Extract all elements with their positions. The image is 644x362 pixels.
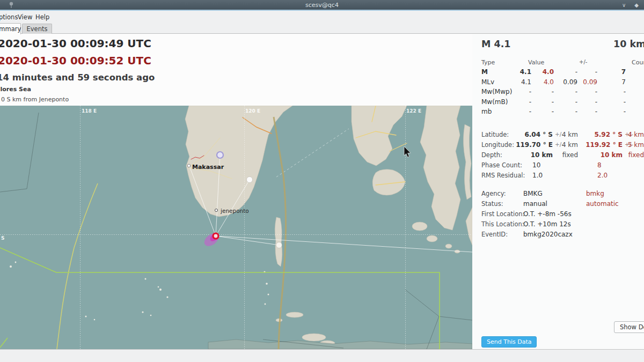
dashed-sea-line bbox=[276, 129, 349, 177]
col-value: Value bbox=[528, 59, 544, 66]
map-canvas[interactable]: 118 E 120 E 122 E S Makassar jeneponto bbox=[0, 106, 472, 349]
tab-bar: Summary Events bbox=[0, 22, 644, 34]
row-this-location: This Location: O.T. +10m 12s bbox=[472, 220, 644, 230]
city-marker-makassar bbox=[187, 164, 191, 167]
city-marker-jeneponto bbox=[215, 209, 218, 212]
menu-bar: Options View Help bbox=[0, 11, 644, 22]
status-bar bbox=[0, 349, 644, 362]
row-first-location: First Location: O.T. +-8m -56s bbox=[472, 210, 644, 219]
window-title: scesv@qc4 bbox=[305, 2, 339, 9]
time-ago: 14 minutes and 59 seconds ago bbox=[0, 72, 155, 83]
lon-label-122e: 122 E bbox=[406, 108, 421, 114]
row-longitude: Longitude: 119.70 ° E +/- 4 km 119.92 ° … bbox=[472, 141, 644, 150]
mag-row-mwmwp[interactable]: Mw(Mwp) - - - - - bbox=[472, 88, 644, 97]
station-marker bbox=[247, 177, 253, 183]
row-status: Status: manual automatic bbox=[472, 200, 644, 209]
mag-row-mwmb[interactable]: Mw(mB) - - - - - bbox=[472, 98, 644, 107]
city-label-jeneponto: jeneponto bbox=[220, 208, 249, 214]
tab-summary[interactable]: Summary bbox=[0, 23, 21, 34]
app-icon bbox=[9, 2, 14, 8]
station-marker bbox=[276, 242, 282, 248]
origin-time-manual: 2020-01-30 00:09:49 UTC bbox=[0, 37, 151, 50]
small-islands bbox=[10, 262, 269, 321]
mag-table-header: Type Value +/- Count bbox=[472, 59, 644, 68]
col-count: Count bbox=[632, 59, 644, 66]
city-label-makassar: Makassar bbox=[192, 164, 224, 171]
region-name: Flores Sea bbox=[0, 86, 31, 93]
lat-label-s: S bbox=[1, 235, 4, 241]
row-agency: Agency: BMKG bmkg bbox=[472, 190, 644, 199]
row-latitude: Latitude: 6.04 ° S +/- 4 km 5.92 ° S +/-… bbox=[472, 131, 644, 140]
mouse-cursor bbox=[404, 146, 411, 157]
row-rms-residual: RMS Residual: 1.0 2.0 bbox=[472, 172, 644, 181]
col-err: +/- bbox=[579, 59, 587, 65]
epicenter-marker bbox=[202, 231, 221, 248]
region-boundary bbox=[0, 248, 440, 349]
lon-label-120e: 120 E bbox=[245, 108, 260, 114]
chevron-down-icon[interactable]: ∨ bbox=[622, 2, 626, 8]
mag-row-mlv[interactable]: MLv 4.1 4.0 0.09 0.09 7 bbox=[472, 78, 644, 87]
mag-row-m[interactable]: M 4.1 4.0 - - 7 bbox=[472, 68, 644, 77]
row-depth: Depth: 10 km fixed 10 km fixed bbox=[472, 151, 644, 160]
show-details-button[interactable]: Show Details bbox=[614, 321, 644, 333]
event-detail-panel: M 4.1 10 km Type Value +/- Count M 4.1 4… bbox=[472, 34, 644, 349]
map-svg: 118 E 120 E 122 E S Makassar jeneponto bbox=[0, 106, 472, 349]
land-shapes bbox=[185, 106, 472, 349]
send-this-data-button[interactable]: Send This Data bbox=[481, 336, 537, 348]
magnitude-title: M 4.1 bbox=[481, 39, 511, 49]
origin-time-automatic: 2020-01-30 00:09:52 UTC bbox=[0, 54, 151, 67]
row-event-id: EventID: bmkg2020cazx bbox=[472, 231, 644, 240]
col-type: Type bbox=[481, 59, 495, 66]
lon-label-118e: 118 E bbox=[82, 108, 97, 114]
nearest-place: 0 S km from Jeneponto bbox=[1, 96, 69, 103]
row-phase-count: Phase Count: 10 8 bbox=[472, 161, 644, 171]
mag-row-mb[interactable]: mb - - - - - bbox=[472, 108, 644, 117]
window-menu-icon[interactable]: ◆ bbox=[634, 2, 639, 8]
fault-line bbox=[57, 183, 98, 349]
title-bar[interactable]: scesv@qc4 ∨ ◆ bbox=[0, 0, 644, 10]
station-marker bbox=[217, 152, 223, 158]
menu-help[interactable]: Help bbox=[32, 12, 53, 22]
depth-title: 10 km bbox=[613, 39, 644, 49]
tab-events[interactable]: Events bbox=[22, 24, 52, 34]
